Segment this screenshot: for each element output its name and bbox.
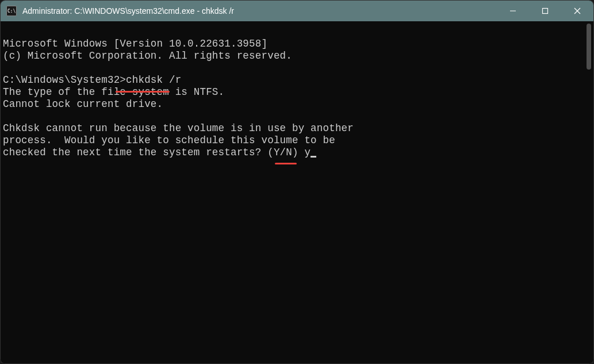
- terminal-area[interactable]: Microsoft Windows [Version 10.0.22631.39…: [1, 21, 593, 363]
- scrollbar[interactable]: [584, 21, 593, 363]
- maximize-button[interactable]: [529, 1, 561, 21]
- close-button[interactable]: [561, 1, 593, 21]
- prompt-line: C:\Windows\System32>chkdsk /r: [3, 74, 181, 86]
- terminal-content[interactable]: Microsoft Windows [Version 10.0.22631.39…: [1, 21, 584, 363]
- output-line: process. Would you like to schedule this…: [3, 135, 335, 146]
- typed-command: chkdsk /r: [126, 74, 181, 86]
- prompt-path: C:\Windows\System32>: [3, 74, 126, 86]
- prompt-question: checked the next time the system restart…: [3, 147, 304, 158]
- annotation-underline: [275, 163, 297, 164]
- cursor: [311, 156, 316, 158]
- output-line: Cannot lock current drive.: [3, 98, 163, 110]
- user-input: y: [304, 147, 311, 158]
- minimize-icon: [509, 7, 516, 14]
- output-line: checked the next time the system restart…: [3, 147, 316, 158]
- window-title: Administrator: C:\WINDOWS\system32\cmd.e…: [22, 6, 497, 16]
- output-line: The type of the file system is NTFS.: [3, 86, 224, 98]
- cmd-icon: C:\: [6, 6, 17, 16]
- minimize-button[interactable]: [497, 1, 529, 21]
- cmd-window: C:\ Administrator: C:\WINDOWS\system32\c…: [1, 1, 593, 363]
- scrollbar-thumb[interactable]: [587, 24, 591, 70]
- maximize-icon: [542, 7, 549, 14]
- svg-rect-1: [543, 9, 548, 14]
- output-line: Chkdsk cannot run because the volume is …: [3, 122, 354, 134]
- output-line: (c) Microsoft Corporation. All rights re…: [3, 50, 292, 62]
- close-icon: [574, 7, 581, 14]
- annotation-underline: [116, 91, 170, 93]
- titlebar[interactable]: C:\ Administrator: C:\WINDOWS\system32\c…: [1, 1, 593, 21]
- output-line: Microsoft Windows [Version 10.0.22631.39…: [3, 38, 267, 49]
- window-controls: [497, 1, 593, 21]
